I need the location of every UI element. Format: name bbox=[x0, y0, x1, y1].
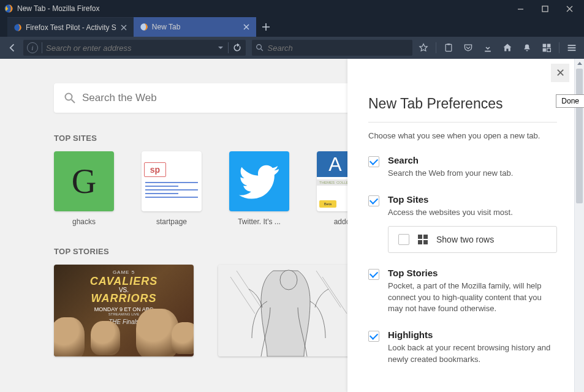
addon-puzzle-icon[interactable] bbox=[538, 39, 555, 56]
checkbox-two-rows[interactable] bbox=[398, 234, 409, 245]
svg-rect-17 bbox=[543, 44, 547, 48]
search-icon bbox=[256, 43, 264, 52]
firefox-icon bbox=[4, 4, 13, 13]
info-icon[interactable]: i bbox=[27, 42, 38, 53]
tile-label: startpage bbox=[142, 217, 202, 226]
svg-rect-20 bbox=[568, 45, 576, 46]
grid-icon bbox=[418, 235, 428, 244]
new-tab-button[interactable] bbox=[256, 17, 276, 37]
done-button[interactable]: Done bbox=[556, 94, 584, 108]
svg-rect-18 bbox=[547, 44, 551, 48]
pref-subtitle: Look back at your recent browsing histor… bbox=[388, 342, 557, 366]
notification-icon[interactable] bbox=[518, 39, 536, 56]
svg-point-23 bbox=[66, 94, 72, 100]
window-titlebar: New Tab - Mozilla Firefox bbox=[0, 0, 584, 17]
pref-subtitle: Access the websites you visit most. bbox=[388, 207, 557, 219]
maximize-button[interactable] bbox=[533, 0, 557, 17]
downloads-icon[interactable] bbox=[479, 39, 496, 56]
search-input[interactable] bbox=[268, 43, 409, 53]
scroll-up-arrow[interactable] bbox=[575, 59, 584, 69]
checkbox-search[interactable] bbox=[368, 156, 379, 167]
top-site-tile[interactable]: Twitter. It's ... bbox=[229, 151, 289, 226]
minimize-button[interactable] bbox=[508, 0, 533, 17]
hamburger-menu-icon[interactable] bbox=[563, 39, 580, 56]
back-button[interactable] bbox=[4, 39, 21, 56]
search-icon bbox=[64, 92, 76, 104]
tab-bar: Firefox Test Pilot - Activity S New Tab bbox=[0, 17, 584, 37]
firefox-icon bbox=[140, 23, 148, 31]
story-team: CAVALIERS bbox=[90, 275, 157, 288]
pref-item-highlights: Highlights Look back at your recent brow… bbox=[368, 330, 557, 366]
firefox-icon bbox=[13, 23, 22, 32]
story-card[interactable]: GAME 5 CAVALIERS VS. WARRIORS MONDAY 9 E… bbox=[54, 265, 194, 356]
new-tab-preferences-panel: ✕ New Tab Preferences Choose what you se… bbox=[347, 59, 574, 392]
tile-label: Twitter. It's ... bbox=[229, 217, 289, 226]
svg-rect-15 bbox=[446, 44, 452, 51]
svg-rect-19 bbox=[543, 48, 547, 52]
new-tab-content: TOP SITES G ghacks sp startpage Twitter.… bbox=[0, 59, 584, 392]
show-two-rows-option[interactable]: Show two rows bbox=[388, 226, 557, 253]
window-title: New Tab - Mozilla Firefox bbox=[17, 4, 99, 13]
reload-icon[interactable] bbox=[232, 43, 242, 53]
tab-label: Firefox Test Pilot - Activity S bbox=[26, 23, 116, 32]
story-overline: GAME 5 bbox=[113, 270, 135, 275]
close-icon[interactable] bbox=[243, 23, 250, 31]
svg-line-24 bbox=[72, 100, 75, 104]
pref-item-topstories: Top Stories Pocket, a part of the Mozill… bbox=[368, 268, 557, 315]
checkbox-highlights[interactable] bbox=[368, 331, 379, 342]
pref-item-search: Search Search the Web from your new tab. bbox=[368, 155, 557, 179]
pocket-icon[interactable] bbox=[460, 39, 477, 56]
story-card[interactable] bbox=[218, 265, 358, 356]
engraving-image bbox=[218, 265, 358, 356]
story-team: WARRIORS bbox=[91, 292, 157, 305]
svg-point-26 bbox=[280, 270, 297, 290]
tile-thumbnail: G bbox=[54, 151, 114, 211]
clipboard-icon[interactable] bbox=[440, 39, 457, 56]
svg-line-14 bbox=[260, 49, 262, 51]
close-icon[interactable] bbox=[120, 24, 127, 31]
story-stream: STREAMING LIVE bbox=[108, 312, 139, 316]
checkbox-topsites[interactable] bbox=[368, 195, 379, 206]
prefs-title: New Tab Preferences bbox=[368, 96, 557, 112]
tile-thumbnail bbox=[229, 151, 289, 211]
tile-thumbnail: sp bbox=[142, 151, 202, 211]
svg-rect-21 bbox=[568, 47, 576, 48]
url-input[interactable] bbox=[46, 43, 214, 53]
pref-title: Top Stories bbox=[388, 268, 557, 278]
bookmark-star-icon[interactable] bbox=[415, 39, 432, 56]
close-window-button[interactable] bbox=[557, 0, 582, 17]
dropdown-icon[interactable] bbox=[217, 44, 224, 51]
sp-logo: sp bbox=[144, 162, 166, 177]
svg-rect-2 bbox=[542, 6, 548, 12]
top-site-tile[interactable]: sp startpage bbox=[142, 151, 202, 226]
checkbox-topstories[interactable] bbox=[368, 269, 379, 280]
pref-subtitle: Search the Web from your new tab. bbox=[388, 168, 513, 179]
close-panel-button[interactable]: ✕ bbox=[551, 64, 569, 82]
home-icon[interactable] bbox=[499, 39, 516, 56]
scrollbar-thumb[interactable] bbox=[576, 69, 583, 203]
url-bar[interactable]: i bbox=[23, 40, 246, 56]
svg-rect-16 bbox=[447, 43, 450, 45]
svg-point-13 bbox=[256, 45, 261, 50]
pref-subtitle: Pocket, a part of the Mozilla family, wi… bbox=[388, 281, 557, 315]
tab-inactive[interactable]: Firefox Test Pilot - Activity S bbox=[7, 17, 134, 37]
svg-rect-22 bbox=[568, 50, 576, 51]
two-rows-label: Show two rows bbox=[436, 235, 494, 244]
pref-item-topsites: Top Sites Access the websites you visit … bbox=[368, 194, 557, 253]
nav-toolbar: i bbox=[0, 37, 584, 59]
tab-active[interactable]: New Tab bbox=[134, 17, 256, 37]
tile-label: ghacks bbox=[54, 217, 114, 226]
pref-title: Search bbox=[388, 155, 513, 165]
pref-title: Highlights bbox=[388, 330, 557, 340]
search-bar[interactable] bbox=[252, 40, 412, 56]
top-site-tile[interactable]: G ghacks bbox=[54, 151, 114, 226]
pref-title: Top Sites bbox=[388, 194, 557, 205]
prefs-description: Choose what you see when you open a new … bbox=[368, 131, 557, 140]
vertical-scrollbar[interactable]: Done bbox=[574, 59, 584, 392]
tab-label: New Tab bbox=[152, 23, 239, 31]
twitter-icon bbox=[238, 160, 281, 203]
